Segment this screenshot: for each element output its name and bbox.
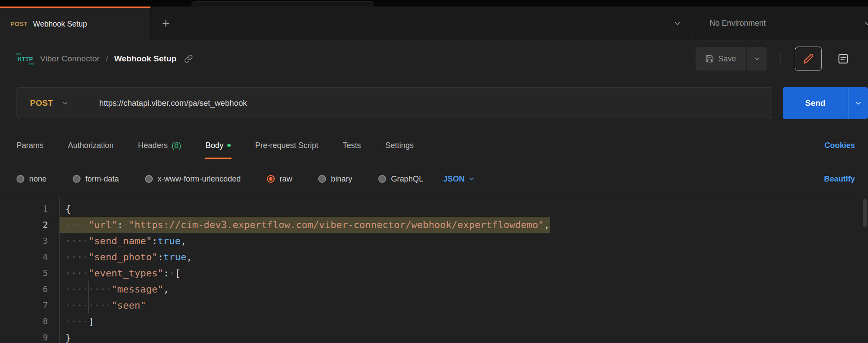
method-label: POST	[30, 98, 53, 108]
tab-authorization[interactable]: Authorization	[68, 129, 114, 162]
tab-settings[interactable]: Settings	[385, 129, 414, 162]
code-line[interactable]: 7········"seen"	[0, 297, 868, 313]
environment-chevron-icon	[863, 19, 868, 28]
comment-icon	[838, 53, 849, 64]
method-selector[interactable]: POST	[17, 87, 82, 119]
page-title: Webhook Setup	[114, 54, 176, 64]
body-type-binary[interactable]: binary	[318, 175, 352, 184]
code-text: ····"send_photo":true,	[59, 249, 192, 265]
tab-label: Settings	[385, 141, 414, 150]
body-type-form-data[interactable]: form-data	[73, 175, 119, 184]
line-number: 3	[0, 233, 59, 249]
save-button[interactable]: Save	[696, 47, 746, 71]
tab-tests[interactable]: Tests	[343, 129, 361, 162]
code-text: {	[59, 201, 71, 217]
line-number: 5	[0, 265, 59, 281]
tab-label: Authorization	[68, 141, 114, 150]
tab-body[interactable]: Body	[205, 129, 231, 162]
radio-label: none	[29, 175, 47, 184]
tab-bar-spacer	[178, 7, 665, 40]
radio-selected-icon	[267, 175, 275, 183]
environment-selector[interactable]: No Environment	[690, 7, 868, 40]
tab-label: Headers	[138, 141, 168, 150]
radio-icon	[378, 175, 386, 183]
postman-app: POST Webhook Setup + No Environment HTTP…	[0, 0, 868, 343]
body-type-graphql[interactable]: GraphQL	[378, 175, 423, 184]
line-number: 2	[0, 217, 59, 233]
body-type-bar: none form-data x-www-form-urlencoded raw…	[0, 162, 868, 196]
code-line[interactable]: 2····"url":·"https://cim-dev3.expertflow…	[0, 217, 868, 233]
code-text: ····]	[59, 313, 94, 330]
editor-scrollbar[interactable]	[863, 199, 867, 227]
code-line[interactable]: 4····"send_photo":true,	[0, 249, 868, 265]
request-tabs: Params Authorization Headers(8) Body Pre…	[0, 129, 868, 162]
breadcrumb-separator: /	[106, 54, 108, 64]
send-options-chevron-icon[interactable]	[848, 87, 868, 119]
code-line[interactable]: 1{	[0, 201, 868, 217]
radio-label: x-www-form-urlencoded	[158, 175, 241, 184]
actions-divider	[781, 51, 781, 66]
save-icon	[705, 54, 714, 63]
breadcrumb-collection[interactable]: Viber Connector	[40, 54, 100, 64]
request-tab-webhook-setup[interactable]: POST Webhook Setup	[0, 7, 151, 40]
code-line[interactable]: 8····]	[0, 313, 868, 330]
tab-label: Params	[17, 141, 44, 150]
headers-count-badge: (8)	[172, 141, 181, 150]
new-tab-button[interactable]: +	[153, 7, 178, 40]
radio-label: raw	[279, 175, 292, 184]
line-number: 6	[0, 281, 59, 297]
tab-bar: POST Webhook Setup + No Environment	[0, 7, 868, 40]
body-type-x-www-form-urlencoded[interactable]: x-www-form-urlencoded	[145, 175, 241, 184]
code-text: ········"message",	[59, 281, 169, 297]
url-bar: POST Send	[0, 77, 868, 129]
code-text: ········"seen"	[59, 297, 146, 313]
code-line[interactable]: 9}	[0, 330, 868, 343]
chevron-down-icon	[468, 175, 475, 182]
tab-headers[interactable]: Headers(8)	[138, 129, 181, 162]
code-line[interactable]: 3····"send_name":true,	[0, 233, 868, 249]
send-button-group: Send	[783, 87, 868, 119]
code-line[interactable]: 6········"message",	[0, 281, 868, 297]
radio-icon	[318, 175, 326, 183]
code-lines: 1{2····"url":·"https://cim-dev3.expertfl…	[0, 201, 868, 343]
browser-chrome-strip	[0, 0, 868, 7]
line-number: 7	[0, 297, 59, 313]
tab-params[interactable]: Params	[17, 129, 44, 162]
radio-icon	[73, 175, 81, 183]
save-button-label: Save	[718, 54, 736, 64]
environment-label: No Environment	[710, 19, 766, 28]
url-input[interactable]	[99, 87, 772, 119]
body-type-raw[interactable]: raw	[267, 175, 292, 184]
copy-link-icon[interactable]	[184, 54, 193, 63]
method-chevron-icon	[61, 99, 69, 107]
url-container: POST	[17, 87, 772, 119]
tab-title: Webhook Setup	[33, 20, 87, 29]
radio-icon	[17, 175, 24, 183]
tab-label: Pre-request Script	[255, 141, 318, 150]
language-selector[interactable]: JSON	[443, 175, 475, 184]
breadcrumb: HTTP Viber Connector / Webhook Setup Sav…	[0, 40, 868, 77]
tab-method-label: POST	[10, 20, 28, 27]
line-number: 1	[0, 201, 59, 217]
radio-icon	[145, 175, 153, 183]
send-button[interactable]: Send	[783, 87, 848, 119]
code-text: }	[59, 330, 71, 343]
code-line[interactable]: 5····"event_types":·[	[0, 265, 868, 281]
tab-pre-request-script[interactable]: Pre-request Script	[255, 129, 318, 162]
cookies-link[interactable]: Cookies	[824, 141, 855, 150]
http-protocol-icon: HTTP	[17, 55, 34, 63]
body-type-none[interactable]: none	[17, 175, 47, 184]
gutter-divider	[59, 196, 60, 343]
radio-label: form-data	[85, 175, 119, 184]
edit-pencil-button[interactable]	[795, 47, 822, 71]
browser-tab-shape	[192, 1, 374, 7]
beautify-link[interactable]: Beautify	[824, 175, 855, 184]
code-text: ····"send_name":true,	[59, 233, 186, 249]
line-number: 8	[0, 313, 59, 330]
tab-list-chevron-icon[interactable]	[665, 7, 690, 40]
code-editor[interactable]: 1{2····"url":·"https://cim-dev3.expertfl…	[0, 196, 868, 343]
body-modified-dot	[227, 144, 231, 147]
save-options-chevron-icon[interactable]	[747, 47, 767, 71]
comments-button[interactable]	[831, 47, 856, 71]
tab-label: Tests	[343, 141, 361, 150]
